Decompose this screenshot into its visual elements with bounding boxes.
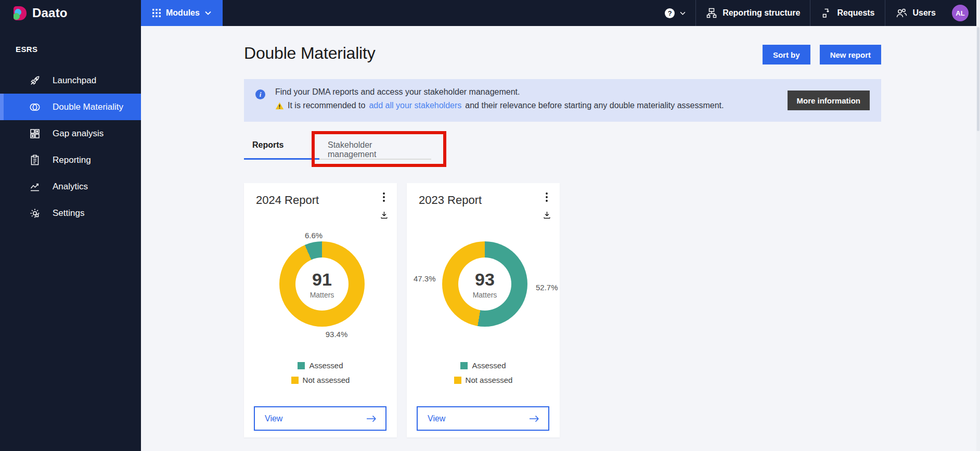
sort-by-button[interactable]: Sort by	[763, 45, 810, 65]
kebab-icon	[383, 192, 385, 202]
download-button[interactable]	[540, 208, 553, 222]
warning-icon	[275, 102, 284, 110]
modules-button[interactable]: Modules	[141, 0, 223, 26]
user-avatar[interactable]: AL	[952, 5, 969, 21]
more-information-button[interactable]: More information	[788, 91, 870, 110]
slice-label-not-assessed: 47.3%	[414, 274, 436, 283]
quadrant-grid-icon	[29, 127, 41, 140]
donut-unit: Matters	[473, 291, 497, 299]
nav-reporting-structure[interactable]: Reporting structure	[696, 0, 810, 26]
banner-line2-prefix: It is recommended to	[288, 99, 365, 112]
arrow-right-icon	[366, 415, 377, 423]
chart-legend: Assessed Not assessed	[407, 361, 560, 384]
donut-chart-2023: 93 Matters	[442, 241, 527, 327]
help-icon: ?	[665, 8, 675, 18]
tab-reports[interactable]: Reports	[244, 134, 319, 160]
scrollbar-thumb[interactable]	[977, 27, 979, 131]
report-card-2024: 2024 Report 91	[244, 183, 397, 437]
nav-requests-label: Requests	[837, 8, 874, 18]
donut-unit: Matters	[310, 291, 334, 299]
donut-chart-2024: 91 Matters	[279, 241, 365, 327]
view-label: View	[428, 414, 445, 423]
scrollbar[interactable]	[976, 0, 980, 451]
legend-label: Assessed	[472, 361, 506, 370]
sidebar-item-double-materiality[interactable]: Double Materiality	[0, 94, 141, 120]
legend-label: Assessed	[309, 361, 343, 370]
slice-label-not-assessed: 93.4%	[326, 330, 348, 339]
sidebar-item-label: Launchpad	[53, 75, 96, 86]
users-icon	[895, 7, 908, 19]
download-button[interactable]	[377, 208, 391, 222]
banner-line1: Find your DMA reports and access your st…	[275, 85, 724, 99]
line-chart-icon	[29, 181, 41, 193]
sidebar-item-settings[interactable]: Settings	[0, 200, 141, 226]
new-report-button[interactable]: New report	[820, 45, 881, 65]
nav-users[interactable]: Users	[885, 0, 946, 26]
top-navbar: Daato Modules ?	[0, 0, 980, 26]
banner-line2: It is recommended to add all your stakeh…	[275, 99, 724, 112]
sidebar: ESRS Launchpad	[0, 26, 141, 451]
donut-center: 93 Matters	[458, 257, 511, 311]
sidebar-item-label: Settings	[53, 208, 84, 218]
sidebar-item-analytics[interactable]: Analytics	[0, 173, 141, 200]
report-card-2023: 2023 Report 93	[407, 183, 560, 437]
donut-value: 91	[312, 269, 332, 290]
legend-swatch-assessed	[460, 362, 468, 369]
chart-legend: Assessed Not assessed	[244, 361, 397, 384]
view-report-button[interactable]: View	[417, 406, 549, 431]
requests-icon	[820, 7, 832, 19]
modules-label: Modules	[166, 8, 200, 18]
report-cards: 2024 Report 91	[244, 183, 560, 437]
tab-stakeholder-management[interactable]: Stakeholder management	[319, 134, 431, 160]
clipboard-icon	[29, 154, 41, 166]
info-icon: i	[255, 89, 265, 99]
gear-icon	[29, 207, 41, 220]
sidebar-item-gap-analysis[interactable]: Gap analysis	[0, 120, 141, 147]
sidebar-nav: Launchpad Double Materiality	[0, 67, 141, 226]
legend-swatch-not-assessed	[291, 377, 299, 384]
org-chart-icon	[706, 7, 717, 19]
legend-item-assessed: Assessed	[460, 361, 506, 370]
card-title: 2024 Report	[256, 194, 319, 207]
kebab-menu-button[interactable]	[377, 190, 391, 204]
rocket-icon	[29, 74, 41, 87]
chevron-down-icon	[205, 11, 211, 15]
view-report-button[interactable]: View	[254, 406, 386, 431]
banner-line2-suffix: and their relevance before starting any …	[465, 99, 724, 112]
chevron-down-icon	[680, 11, 686, 15]
download-icon	[380, 211, 389, 220]
add-stakeholders-link[interactable]: add all your stakeholders	[369, 99, 461, 112]
info-banner: i Find your DMA reports and access your …	[244, 79, 881, 122]
sidebar-item-reporting[interactable]: Reporting	[0, 147, 141, 173]
slice-label-assessed: 6.6%	[305, 231, 323, 240]
arrow-right-icon	[528, 415, 540, 423]
help-button[interactable]: ?	[655, 0, 695, 26]
card-title: 2023 Report	[419, 194, 482, 207]
legend-swatch-not-assessed	[454, 377, 461, 384]
legend-label: Not assessed	[303, 376, 350, 384]
brand-logo[interactable]: Daato	[0, 0, 141, 26]
nav-requests[interactable]: Requests	[810, 0, 884, 26]
view-label: View	[265, 414, 282, 423]
sidebar-item-label: Reporting	[53, 155, 91, 165]
legend-item-assessed: Assessed	[298, 361, 343, 370]
kebab-menu-button[interactable]	[540, 190, 553, 204]
sidebar-section-title: ESRS	[0, 26, 141, 54]
brand-name: Daato	[32, 6, 68, 20]
sidebar-item-label: Gap analysis	[53, 128, 104, 139]
double-circles-icon	[29, 101, 41, 113]
donut-value: 93	[475, 269, 495, 290]
nav-users-label: Users	[913, 8, 936, 18]
sidebar-item-launchpad[interactable]: Launchpad	[0, 67, 141, 94]
legend-label: Not assessed	[466, 376, 513, 384]
daato-logo-icon	[14, 6, 27, 20]
donut-center: 91 Matters	[295, 257, 349, 311]
download-icon	[543, 211, 551, 220]
grid-icon	[152, 9, 161, 17]
page-actions: Sort by New report	[763, 45, 881, 65]
legend-item-not-assessed: Not assessed	[454, 376, 513, 384]
legend-swatch-assessed	[298, 362, 305, 369]
banner-text: Find your DMA reports and access your st…	[275, 85, 724, 112]
legend-item-not-assessed: Not assessed	[291, 376, 350, 384]
application-window: Daato Modules ?	[0, 0, 980, 451]
